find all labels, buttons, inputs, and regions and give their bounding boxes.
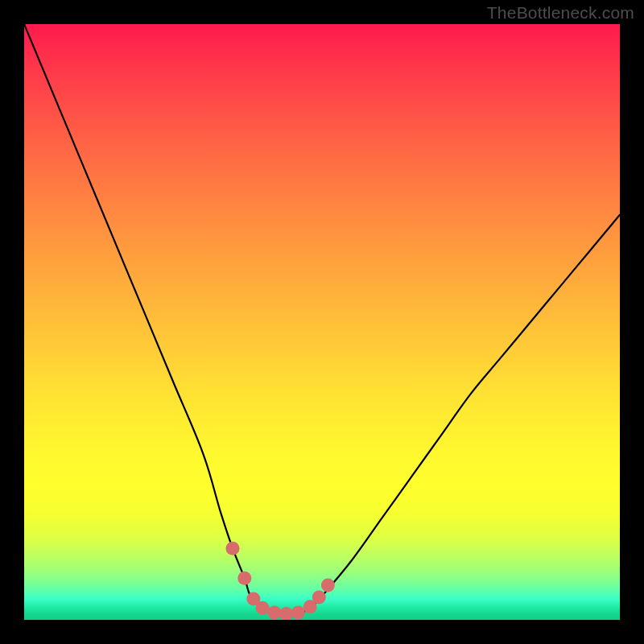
curve-markers: [226, 542, 335, 620]
plot-area: [24, 24, 620, 620]
chart-svg: [24, 24, 620, 620]
curve-marker: [256, 601, 270, 615]
curve-marker: [279, 607, 293, 620]
curve-marker: [312, 590, 326, 604]
curve-marker: [267, 606, 281, 620]
curve-marker: [226, 542, 240, 555]
bottleneck-curve: [24, 24, 620, 614]
curve-marker: [321, 579, 335, 592]
curve-marker: [237, 572, 251, 585]
chart-frame: TheBottleneck.com: [0, 0, 644, 644]
curve-marker: [291, 606, 305, 620]
watermark-text: TheBottleneck.com: [487, 3, 634, 23]
